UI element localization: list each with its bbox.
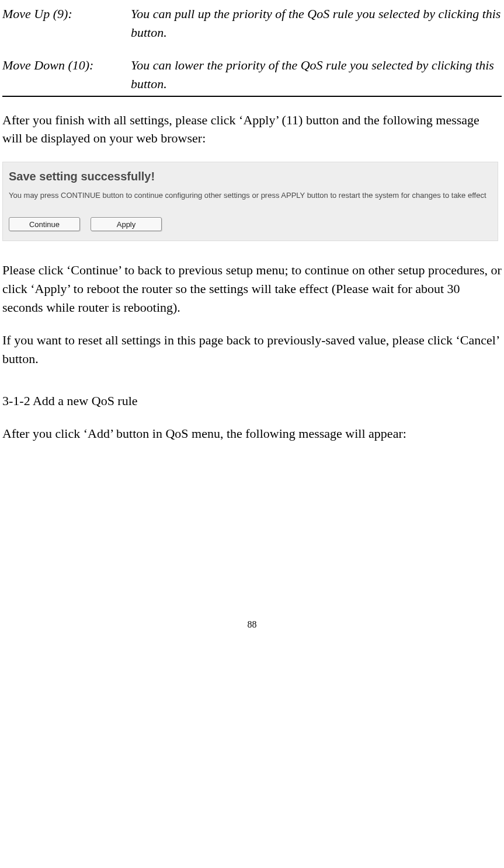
save-settings-dialog: Save setting successfully! You may press…: [2, 162, 498, 241]
definition-row: Move Up (9): You can pull up the priorit…: [2, 5, 502, 56]
dialog-button-row: Continue Apply: [9, 217, 492, 231]
section-heading: 3-1-2 Add a new QoS rule: [2, 392, 502, 410]
paragraph: After you click ‘Add’ button in QoS menu…: [2, 424, 502, 443]
paragraph: After you finish with all settings, plea…: [2, 111, 502, 148]
dialog-title: Save setting successfully!: [9, 168, 492, 185]
definition-table: Move Up (9): You can pull up the priorit…: [2, 5, 502, 96]
page-number: 88: [2, 618, 502, 631]
horizontal-rule: [2, 96, 502, 97]
paragraph: If you want to reset all settings in thi…: [2, 331, 502, 368]
definition-description: You can lower the priority of the QoS ru…: [131, 56, 502, 96]
dialog-message: You may press CONTINUE button to continu…: [9, 191, 492, 201]
definition-description: You can pull up the priority of the QoS …: [131, 5, 502, 56]
definition-label: Move Down (10):: [2, 56, 131, 96]
apply-button[interactable]: Apply: [91, 217, 162, 231]
paragraph: Please click ‘Continue’ to back to previ…: [2, 261, 502, 317]
definition-label: Move Up (9):: [2, 5, 131, 56]
continue-button[interactable]: Continue: [9, 217, 80, 231]
definition-row: Move Down (10): You can lower the priori…: [2, 56, 502, 96]
